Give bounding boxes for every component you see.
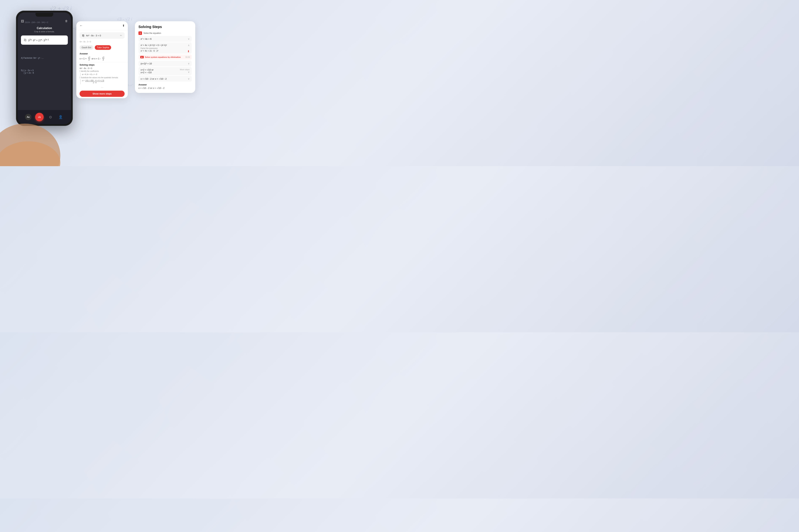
answer-values: x = 1 + √7 2 or x = 1 - √7 2 xyxy=(76,56,128,62)
expand-icon-1[interactable]: ∨ xyxy=(188,37,189,40)
eq5-more: More steps ∨ xyxy=(180,69,189,74)
video-hint-text: ▶ Solve system equations by elimination xyxy=(140,56,181,58)
camera-button[interactable]: ⊙ xyxy=(48,114,54,120)
video-hint-row[interactable]: ▶ Solve system equations by elimination … xyxy=(139,55,192,60)
expand-icon-5[interactable]: ∨ xyxy=(188,71,189,73)
panel-eq-row-1: x² + 4x = 6 ∨ xyxy=(139,36,192,42)
formula-text: 32x· 9x = 27x· 32x-1 xyxy=(28,38,49,42)
formula-number: 3) xyxy=(24,38,26,42)
delete-top-icon: 🗑 xyxy=(65,19,68,23)
phone-device: 🖼 🗑 25/24 - (3/8 + 1/6 - 3/4) × 2 Calcul… xyxy=(16,11,73,126)
formula-button[interactable]: √x xyxy=(35,113,44,121)
panel-eq-6-text: x = √10 - 2 or x = -√10 - 2 xyxy=(141,77,167,80)
panel-eq-1-text: x² + 4x = 6 xyxy=(141,38,151,40)
question-number: 3) xyxy=(82,34,84,37)
phone-screen-content: 🖼 🗑 25/24 - (3/8 + 1/6 - 3/4) × 2 Calcul… xyxy=(18,13,71,124)
bg-equation-2: √3 - √2 i xyxy=(117,17,132,22)
step-header-text: Solve the equation xyxy=(143,32,161,34)
download-icon[interactable]: ⬇ xyxy=(187,50,189,53)
expand-icon-6[interactable]: ∨ xyxy=(188,77,189,80)
answer-section-title: Answer xyxy=(76,51,128,56)
panel-eq-row-5: x+2 = √10 or x+2 = -√10 More steps ∨ xyxy=(139,67,192,75)
phone-wrapper: 🖼 🗑 25/24 - (3/8 + 1/6 - 3/4) × 2 Calcul… xyxy=(11,11,78,156)
answer-card: ← ⬆ 3) 4x² - 8x - 3 = 0 ✏ 4x² - 8x - 3 =… xyxy=(76,21,128,98)
panel-eq-row-4: (x+2)² = 10 ∨ xyxy=(139,61,192,66)
panel-title: Solving Steps xyxy=(139,25,192,29)
eq5-text: x+2 = √10 or x+2 = -√10 xyxy=(141,69,153,74)
step-identify-label: Identify the coefficients xyxy=(76,70,128,73)
panel-sub-eq-3: x² + 4x = 2x · 6 · 2² ⬇ xyxy=(141,50,189,52)
step-coefficients: a = 4, b = -8, c = -3 xyxy=(80,73,125,76)
aa-button[interactable]: Aa xyxy=(25,114,32,120)
show-more-button[interactable]: Show more steps xyxy=(79,91,125,97)
step-number-badge: 1 xyxy=(139,32,142,35)
eq5-row: x+2 = √10 or x+2 = -√10 More steps ∨ xyxy=(141,69,189,74)
video-play-icon: ▶ xyxy=(140,56,144,58)
phone-notch xyxy=(36,13,53,17)
tab-tutor-sophia[interactable]: Tutor Sophia xyxy=(95,45,111,50)
tabs-row: Gauth Bot Tutor Sophia xyxy=(76,44,128,51)
card-header: ← ⬆ xyxy=(76,21,128,30)
profile-button[interactable]: 👤 xyxy=(57,114,64,120)
panel-eq-4-text: (x+2)² = 10 xyxy=(141,62,152,65)
video-time: 01:53 xyxy=(185,56,190,58)
solving-panel: Solving Steps 1 Solve the equation x² + … xyxy=(135,21,195,93)
panel-answer-section: Answer x = √10 - 2 or x = -√10 - 2 xyxy=(139,83,192,89)
camera-top-icon: 🖼 xyxy=(21,19,24,23)
panel-answer-eq: x = √10 - 2 or x = -√10 - 2 xyxy=(139,87,192,89)
step-quadratic-formula: x = (-8) ± √(8)² - 4 × 4 × (-3) 2 · 4 xyxy=(80,79,125,84)
panel-step-header: 1 Solve the equation xyxy=(139,32,192,35)
panel-eq-2-text: x² + 4x + (4·½)² = 6 + (4·½)² xyxy=(141,44,167,46)
solving-steps-title: Solving steps xyxy=(76,62,128,67)
panel-eq-row-6: x = √10 - 2 or x = -√10 - 2 ∨ xyxy=(139,76,192,81)
calculation-title: Calculation xyxy=(37,26,52,30)
screen-eq-4: 4) Factorize: 9x² - y² - ... xyxy=(21,57,44,59)
phone-bottom-bar: Aa √x ⊙ 👤 xyxy=(18,110,71,124)
dots-row: ... xyxy=(76,84,128,89)
screen-bg-math-1: 25/24 - (3/8 + 1/6 - 3/4) × 2 xyxy=(25,21,48,23)
expand-icon-4[interactable]: ∨ xyxy=(188,62,189,65)
tab-gauth-bot[interactable]: Gauth Bot xyxy=(79,45,93,50)
panel-eq-top-row: x² + 4x + (4·½)² = 6 + (4·½)² ∧ xyxy=(141,44,189,46)
formula-button-icon: √x xyxy=(38,116,41,118)
panel-eq-expanded-2: x² + 4x + (4·½)² = 6 + (4·½)² ∧ Factor t… xyxy=(139,42,192,54)
question-equation: 4x² - 8x - 3 = 0 xyxy=(86,34,118,37)
step-eq-1: 4x² - 8x - 3 = 0 xyxy=(76,67,128,70)
edit-icon[interactable]: ✏ xyxy=(120,34,122,37)
calculation-subtitle: Crop & solve a formula. xyxy=(34,31,55,33)
collapse-icon-2[interactable]: ∧ xyxy=(188,44,189,46)
screen-eq-5: 5) { y - 2x = 3 { y = 2x - 6 xyxy=(21,69,34,74)
question-box: 3) 4x² - 8x - 3 = 0 ✏ xyxy=(79,32,125,39)
question-label: 4x² - 8x - 3 = 0 xyxy=(76,41,128,44)
step-substitute-label: Substitute the values into the quadratic… xyxy=(76,76,128,79)
panel-answer-title: Answer xyxy=(139,83,192,86)
formula-box: 3) 32x· 9x = 27x· 32x-1 xyxy=(21,36,68,45)
back-button[interactable]: ← xyxy=(79,24,83,27)
panel-sub-label-factor: Factor the expression xyxy=(141,48,189,49)
phone-screen: 🖼 🗑 25/24 - (3/8 + 1/6 - 3/4) × 2 Calcul… xyxy=(18,13,71,124)
share-button[interactable]: ⬆ xyxy=(122,24,125,27)
